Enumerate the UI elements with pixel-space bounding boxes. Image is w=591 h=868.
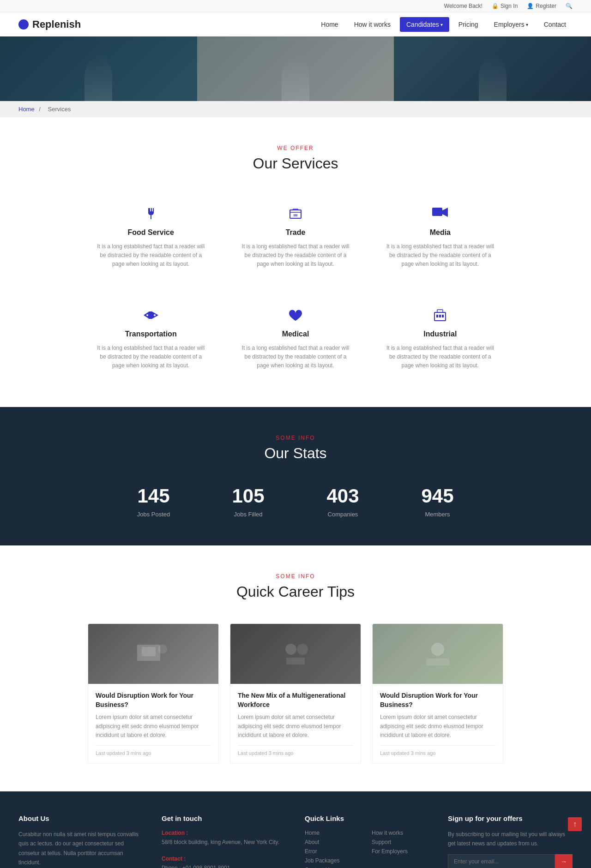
medical-desc: It is a long established fact that a rea…	[241, 344, 349, 371]
breadcrumb-current: Services	[48, 106, 71, 113]
lock-icon: 🔒	[492, 3, 499, 9]
footer-links-col2: How it works Support For Employers	[372, 830, 429, 868]
nav-contact[interactable]: Contact	[537, 17, 573, 32]
footer-location-value: 58/8 block building, king Avenue, New Yo…	[162, 839, 286, 845]
footer-contact-title: Get in touch	[162, 814, 286, 822]
signin-link[interactable]: 🔒 Sign In	[492, 3, 518, 9]
services-label: WE OFFER	[18, 145, 573, 151]
footer-signup-title: Sign up for your offers	[448, 814, 573, 822]
email-input[interactable]	[448, 854, 555, 868]
footer-signup-desc: By subscribing to our mailing list you w…	[448, 830, 573, 849]
tip-image-1	[88, 624, 218, 684]
nav-employers[interactable]: Employers	[488, 17, 535, 32]
svg-rect-16	[426, 658, 449, 665]
stat-members: 945 Members	[395, 485, 480, 518]
footer-about-title: About Us	[18, 814, 143, 822]
service-media: Media It is a long established fact that…	[377, 195, 503, 278]
stat-jobs-filled: 105 Jobs Filled	[205, 485, 291, 518]
medical-name: Medical	[241, 330, 349, 338]
nav-candidates[interactable]: Candidates	[400, 17, 449, 32]
tip-card-2: The New Mix of a Multigenerational Workf…	[230, 623, 361, 764]
industrial-name: Industrial	[386, 330, 494, 338]
footer: About Us Curabitur non nulla sit amet ni…	[0, 791, 591, 868]
footer-links-grid: Home About Error Job Packages Contact Us…	[305, 830, 429, 868]
stat-companies: 403 Companies	[300, 485, 386, 518]
svg-point-15	[431, 643, 444, 656]
tip-card-1: Would Disruption Work for Your Business?…	[88, 623, 219, 764]
media-name: Media	[386, 228, 494, 237]
search-link[interactable]: 🔍	[566, 3, 573, 9]
footer-contact-label: Contact :	[162, 856, 286, 862]
services-grid: Food Service It is a long established fa…	[88, 195, 503, 379]
tip-title-3: Would Disruption Work for Your Business?	[380, 691, 495, 709]
stat-members-label: Members	[395, 511, 480, 518]
logo-icon	[18, 19, 29, 30]
footer-link-employers[interactable]: For Employers	[372, 848, 429, 855]
footer-link-support[interactable]: Support	[372, 839, 429, 845]
svg-rect-8	[442, 315, 444, 317]
media-desc: It is a long established fact that a rea…	[386, 242, 494, 269]
svg-point-12	[285, 644, 296, 655]
stats-grid: 145 Jobs Posted 105 Jobs Filled 403 Comp…	[111, 485, 480, 518]
hero-figure-2	[282, 55, 309, 101]
transport-desc: It is a long established fact that a rea…	[97, 344, 205, 371]
hero-figure-3	[479, 55, 507, 101]
service-trade: Trade It is a long established fact that…	[232, 195, 358, 278]
services-title: Our Services	[18, 155, 573, 172]
footer-link-howworks[interactable]: How it works	[372, 830, 429, 836]
transport-icon	[97, 306, 205, 324]
nav-home[interactable]: Home	[314, 17, 344, 32]
medical-icon	[241, 306, 349, 324]
trade-icon	[241, 204, 349, 223]
svg-rect-10	[142, 647, 156, 656]
footer-link-home[interactable]: Home	[305, 830, 362, 836]
svg-rect-7	[439, 315, 441, 317]
service-transport: Transportation It is a long established …	[88, 297, 214, 380]
stat-jobs-posted-number: 145	[111, 485, 196, 507]
food-desc: It is a long established fact that a rea…	[97, 242, 205, 269]
register-link[interactable]: 👤 Register	[527, 3, 556, 9]
hero-panels	[0, 36, 591, 101]
industrial-icon	[386, 306, 494, 324]
services-section: WE OFFER Our Services Food Service It is…	[0, 117, 591, 407]
scroll-top-button[interactable]: ↑	[568, 817, 582, 831]
tip-title-2: The New Mix of a Multigenerational Workf…	[238, 691, 353, 709]
stat-jobs-posted: 145 Jobs Posted	[111, 485, 196, 518]
transport-name: Transportation	[97, 330, 205, 338]
tips-title: Quick Career Tips	[18, 583, 573, 600]
footer-link-packages[interactable]: Job Packages	[305, 857, 362, 864]
industrial-desc: It is a long established fact that a rea…	[386, 344, 494, 371]
footer-link-error[interactable]: Error	[305, 848, 362, 855]
svg-rect-14	[286, 658, 305, 664]
footer-links-title: Quick Links	[305, 814, 429, 822]
food-icon	[97, 204, 205, 223]
svg-rect-6	[436, 315, 438, 317]
tip-text-1: Lorem ipsum dolor sit amet consectetur a…	[96, 713, 211, 740]
tip-content-1: Would Disruption Work for Your Business?…	[88, 684, 218, 763]
footer-phone: Phone : +01 098 8901 8901	[162, 865, 286, 868]
footer-contact: Get in touch Location : 58/8 block build…	[162, 814, 286, 868]
user-icon: 👤	[527, 3, 534, 9]
hero-panel-1	[0, 36, 197, 101]
breadcrumb-home[interactable]: Home	[18, 106, 35, 113]
tip-image-2	[230, 624, 361, 684]
logo[interactable]: Replenish	[18, 18, 81, 30]
svg-point-13	[297, 644, 308, 655]
svg-point-2	[146, 314, 148, 316]
hero-figure-1	[84, 55, 112, 101]
tips-section: SOME INFO Quick Career Tips Would Disrup…	[0, 545, 591, 791]
email-submit-button[interactable]: →	[555, 854, 573, 868]
svg-point-11	[158, 645, 167, 654]
top-bar: Welcome Back! 🔒 Sign In 👤 Register 🔍	[0, 0, 591, 12]
footer-link-about[interactable]: About	[305, 839, 362, 845]
service-industrial: Industrial It is a long established fact…	[377, 297, 503, 380]
tips-grid: Would Disruption Work for Your Business?…	[88, 623, 503, 764]
tip-card-3: Would Disruption Work for Your Business?…	[372, 623, 503, 764]
nav-pricing[interactable]: Pricing	[452, 17, 485, 32]
svg-rect-1	[432, 208, 442, 216]
svg-point-3	[154, 314, 156, 316]
nav-how-it-works[interactable]: How it works	[348, 17, 397, 32]
header: Replenish Home How it works Candidates P…	[0, 12, 591, 36]
food-name: Food Service	[97, 228, 205, 237]
tips-label: SOME INFO	[18, 573, 573, 580]
